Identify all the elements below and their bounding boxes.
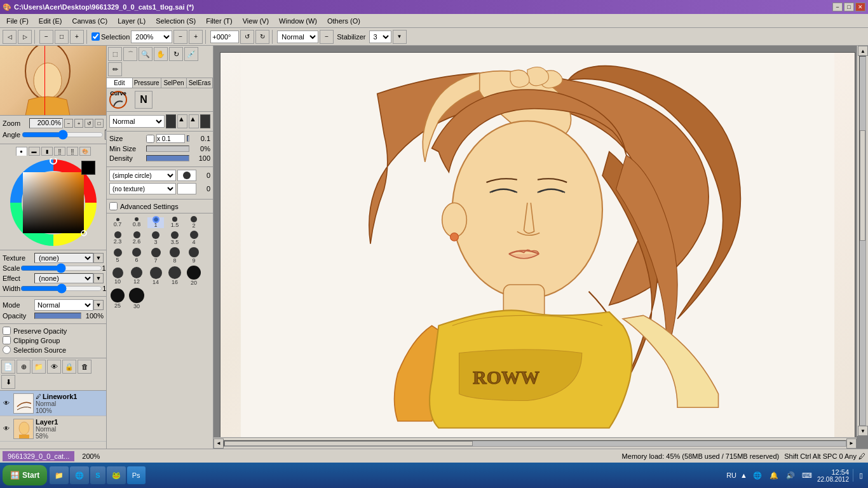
new-layer-icon[interactable]: 📄	[1, 360, 15, 374]
close-button[interactable]: ✕	[855, 3, 865, 11]
taskbar-update-icon[interactable]: 🔔	[768, 469, 780, 482]
canvas-scrollbar-v[interactable]: ▲ ▼	[857, 46, 868, 436]
brush-cell-16[interactable]: 16	[166, 266, 183, 285]
eyedropper-icon[interactable]: 💉	[184, 47, 198, 61]
brush-cell-20[interactable]: 20	[186, 266, 202, 286]
brush-cell-14[interactable]: 14	[147, 267, 164, 285]
selection-checkbox-label[interactable]: Selection	[92, 32, 130, 41]
zoom-inc[interactable]: +	[74, 119, 83, 128]
taskbar-chrome[interactable]: 🌐	[70, 466, 89, 484]
canvas-image[interactable]: ROWW	[220, 53, 855, 442]
selection-checkbox[interactable]	[92, 32, 100, 41]
taskbar-photoshop[interactable]: Ps	[127, 466, 146, 484]
menu-canvas[interactable]: Canvas (C)	[67, 16, 113, 26]
zoom-select[interactable]: 200%	[131, 30, 172, 43]
stabilizer-select[interactable]: 3	[369, 30, 391, 43]
brush-cell-35[interactable]: 3.5	[166, 231, 183, 245]
brush-cell-07[interactable]: 0.7	[109, 218, 126, 227]
taskbar-explorer[interactable]: 📁	[50, 466, 69, 484]
color-tab-cmyk[interactable]: ⣿	[67, 147, 78, 156]
layer-vis-linework1[interactable]: 👁	[1, 398, 11, 409]
size-input[interactable]	[156, 134, 185, 143]
color-swatch-black[interactable]	[166, 114, 176, 128]
scroll-down-button[interactable]: ▼	[858, 426, 868, 436]
brush-cell-10[interactable]: 10	[109, 268, 126, 285]
canvas-scrollbar-h[interactable]: ◄ ►	[214, 437, 857, 449]
scroll-right-button[interactable]: ►	[846, 438, 857, 449]
select-lasso-icon[interactable]: ⌒	[123, 47, 137, 61]
effect-open[interactable]: ▼	[93, 273, 104, 283]
toolbar-zoom-in[interactable]: +	[70, 30, 84, 44]
preserve-opacity-checkbox[interactable]	[3, 327, 11, 335]
mode-chevron[interactable]: ▼	[93, 300, 104, 310]
brush-cell-15[interactable]: 1.5	[166, 217, 183, 228]
start-button[interactable]: 🪟 Start	[3, 465, 47, 485]
show-desktop-icon[interactable]: ▯	[853, 469, 865, 482]
pen-icon[interactable]: ✏	[108, 62, 122, 76]
texture-select[interactable]: (none)	[34, 253, 93, 263]
rot-ccw[interactable]: ↺	[240, 30, 254, 44]
opacity-slider[interactable]	[34, 313, 81, 319]
color-arrow2[interactable]: ▲	[189, 114, 199, 128]
taskbar-input-icon[interactable]: ⌨	[801, 469, 813, 482]
toolbar-undo[interactable]: ◁	[3, 30, 17, 44]
line-btn[interactable]: N	[135, 91, 153, 109]
menu-filter[interactable]: Filter (T)	[201, 16, 238, 26]
angle-slider[interactable]	[22, 132, 104, 138]
scroll-left-button[interactable]: ◄	[214, 438, 224, 449]
scroll-track-v[interactable]	[859, 56, 866, 426]
stab-chevron[interactable]: ▼	[393, 30, 407, 44]
folder-icon[interactable]: 📁	[32, 360, 46, 374]
curve-btn[interactable]: Curve	[110, 90, 126, 109]
lock-icon[interactable]: 🔒	[62, 360, 76, 374]
minsize-slider[interactable]	[146, 146, 189, 152]
pen-tab-edit[interactable]: Edit	[107, 78, 133, 88]
selection-source-radio[interactable]	[3, 346, 11, 354]
toolbar-zoom-reset[interactable]: □	[55, 30, 69, 44]
pen-tab-pressure[interactable]: Pressure	[133, 78, 161, 88]
blend-select[interactable]: Normal	[109, 115, 165, 128]
brush-cell-7[interactable]: 7	[147, 248, 164, 264]
brush-cell-30[interactable]: 30	[128, 288, 145, 309]
size-slider[interactable]	[187, 135, 189, 142]
color-wheel-container[interactable]	[9, 158, 98, 247]
taskbar-volume-icon[interactable]: 🔊	[784, 469, 797, 482]
effect-select[interactable]: (none)	[34, 273, 93, 283]
zoom-fit[interactable]: □	[95, 119, 104, 128]
canvas-area[interactable]: ROWW ▲ ▼ ◄ ►	[214, 46, 868, 449]
foreground-color[interactable]	[81, 161, 95, 175]
zoom-reset[interactable]: ↺	[85, 119, 93, 128]
color-tab-h[interactable]: ▬	[29, 147, 40, 156]
color-tab-v[interactable]: ▮	[41, 147, 53, 156]
rot-cw[interactable]: ↻	[255, 30, 269, 44]
scroll-up-button[interactable]: ▲	[858, 46, 868, 56]
width-slider[interactable]	[20, 285, 102, 292]
brush-cell-23[interactable]: 2.3	[109, 231, 126, 245]
menu-file[interactable]: File (F)	[1, 16, 34, 26]
brush-cell-2[interactable]: 2	[186, 216, 202, 229]
shape-select[interactable]: (simple circle)	[109, 170, 176, 181]
mode-minus[interactable]: −	[320, 30, 334, 44]
rotate-tool-icon[interactable]: ↻	[169, 47, 183, 61]
scroll-thumb-h[interactable]	[224, 441, 473, 446]
menu-others[interactable]: Others (O)	[322, 16, 365, 26]
brush-cell-5[interactable]: 5	[109, 248, 126, 263]
mode-select[interactable]: Normal	[277, 30, 318, 43]
taskbar-frog[interactable]: 🐸	[107, 466, 126, 484]
color-arrow1[interactable]: ▲	[177, 114, 187, 128]
brush-cell-12[interactable]: 12	[128, 267, 145, 285]
brush-cell-25[interactable]: 25	[109, 288, 126, 309]
brush-cell-08[interactable]: 0.8	[128, 217, 145, 227]
scroll-track-h[interactable]	[224, 440, 846, 447]
grab-tool-icon[interactable]: ✋	[154, 47, 168, 61]
menu-view[interactable]: View (V)	[238, 16, 274, 26]
select-rect-icon[interactable]: ⬚	[108, 47, 122, 61]
zoom-tool-icon[interactable]: 🔍	[139, 47, 153, 61]
brush-cell-4[interactable]: 4	[186, 231, 202, 245]
eye-icon[interactable]: 👁	[47, 360, 61, 374]
brush-cell-8[interactable]: 8	[166, 247, 183, 264]
menu-layer[interactable]: Layer (L)	[112, 16, 151, 26]
copy-layer-icon[interactable]: ⊕	[17, 360, 31, 374]
merge-icon[interactable]: ⬇	[1, 375, 15, 389]
zoom-dec[interactable]: −	[64, 119, 73, 128]
